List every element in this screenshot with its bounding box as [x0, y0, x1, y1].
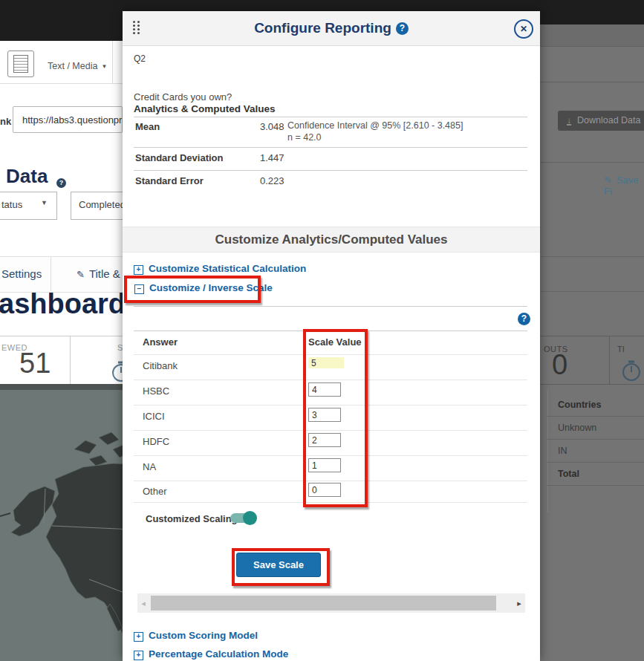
time-stat-label: TI — [617, 345, 625, 354]
text-media-icon[interactable] — [7, 51, 34, 77]
customize-statistical-link[interactable]: +Customize Statistical Calculation — [134, 263, 306, 275]
download-icon: ↓ — [567, 117, 571, 126]
dropouts-stat-value: 0 — [552, 349, 567, 381]
answer-other: Other — [143, 486, 167, 497]
dimmed-strip — [540, 25, 644, 46]
survey-url-input[interactable] — [13, 106, 123, 133]
scroll-right-arrow-icon[interactable]: ▸ — [513, 593, 525, 613]
countries-total-label: Total — [558, 469, 579, 479]
tab-title-layout[interactable]: ✎Title & L — [77, 267, 129, 280]
link-label: nk — [0, 116, 11, 127]
edit-icon: ✎ — [77, 269, 85, 280]
data-help-icon[interactable]: ? — [56, 178, 66, 188]
stats-divider — [70, 336, 71, 384]
country-row-unknown: Unknown — [558, 423, 596, 433]
expand-plus-icon: + — [134, 632, 143, 642]
save-scale-values-button[interactable]: Save Scale Values — [236, 553, 321, 577]
scale-input-na[interactable] — [308, 458, 341, 472]
toggle-knob — [243, 511, 257, 525]
answer-hsbc: HSBC — [143, 385, 169, 397]
customized-scaling-toggle[interactable] — [230, 513, 256, 523]
dimmed-right-panel: ↓Download Data ✎Save Fi OUTS 0 TI Countr… — [540, 25, 644, 661]
scale-input-hdfc[interactable] — [308, 433, 341, 447]
countries-header: Countries — [558, 400, 601, 410]
answer-icici: ICICI — [143, 411, 165, 422]
customize-inverse-scale-link[interactable]: −Customize / Inverse Scale — [134, 282, 273, 294]
mean-confidence-note: Confidence Interval @ 95% [2.610 - 3.485… — [287, 120, 463, 143]
dashboard-heading: ashboard — [0, 288, 126, 320]
chevron-down-icon: ▼ — [41, 199, 48, 206]
std-deviation-value: 1.447 — [260, 152, 284, 163]
collapse-minus-icon: − — [134, 284, 144, 294]
viewed-stat-value: 51 — [19, 348, 51, 380]
text-media-dropdown[interactable]: Text / Media▼ — [48, 61, 107, 71]
help-icon[interactable]: ? — [396, 22, 409, 35]
answer-hdfc: HDFC — [143, 436, 169, 447]
customized-scaling-label: Customized Scaling — [146, 513, 238, 524]
question-code: Q2 — [134, 53, 146, 64]
mean-label: Mean — [135, 121, 160, 132]
answer-citibank: Citibank — [143, 360, 178, 371]
horizontal-scrollbar[interactable]: ◂ ▸ — [137, 593, 525, 613]
answer-na: NA — [143, 461, 156, 472]
percentage-calculation-mode-link[interactable]: +Percentage Calculation Mode — [134, 648, 288, 660]
completed-dropdown-label: Completed — [79, 199, 126, 210]
scale-input-citibank[interactable] — [308, 357, 344, 368]
mean-value: 3.048 — [260, 121, 284, 132]
std-deviation-label: Standard Deviation — [135, 152, 223, 163]
status-dropdown-label: tatus — [1, 199, 22, 210]
dialog-title: Configure Reporting? — [123, 20, 540, 36]
scale-input-hsbc[interactable] — [308, 382, 341, 397]
country-row-in: IN — [558, 446, 567, 456]
tab-settings[interactable]: Settings — [1, 267, 42, 280]
tabs-divider — [51, 256, 51, 291]
scrollbar-thumb[interactable] — [151, 596, 496, 610]
download-data-button[interactable]: ↓Download Data — [558, 111, 644, 131]
std-error-value: 0.223 — [260, 175, 284, 186]
close-icon[interactable]: ✕ — [514, 19, 533, 39]
scroll-left-arrow-icon[interactable]: ◂ — [137, 593, 149, 613]
scale-input-icici[interactable] — [308, 408, 341, 422]
scale-help-icon[interactable]: ? — [518, 313, 530, 325]
question-text: Credit Cards you own? — [134, 91, 232, 102]
customize-band-title: Customize Analytics/Computed Values — [123, 227, 540, 253]
expand-plus-icon: + — [134, 651, 143, 660]
scale-value-column-header: Scale Value — [308, 336, 362, 348]
answer-column-header: Answer — [143, 336, 178, 348]
custom-scoring-model-link[interactable]: +Custom Scoring Model — [134, 630, 258, 642]
screen: Text / Media▼ nk Data ? tatus ▼ Complete… — [0, 0, 644, 661]
clock-icon — [620, 359, 643, 382]
configure-reporting-dialog: Configure Reporting? ✕ Q2 Credit Cards y… — [123, 11, 540, 661]
expand-plus-icon: + — [134, 265, 143, 275]
toolbar-divider — [112, 41, 113, 83]
analytics-section-title: Analytics & Computed Values — [134, 103, 276, 114]
save-file-link[interactable]: ✎Save Fi — [604, 175, 644, 197]
std-error-label: Standard Error — [135, 175, 204, 186]
scale-input-other[interactable] — [308, 483, 341, 497]
data-page-title: Data — [6, 165, 48, 188]
edit-icon: ✎ — [604, 175, 612, 186]
chevron-down-icon: ▼ — [101, 63, 107, 70]
